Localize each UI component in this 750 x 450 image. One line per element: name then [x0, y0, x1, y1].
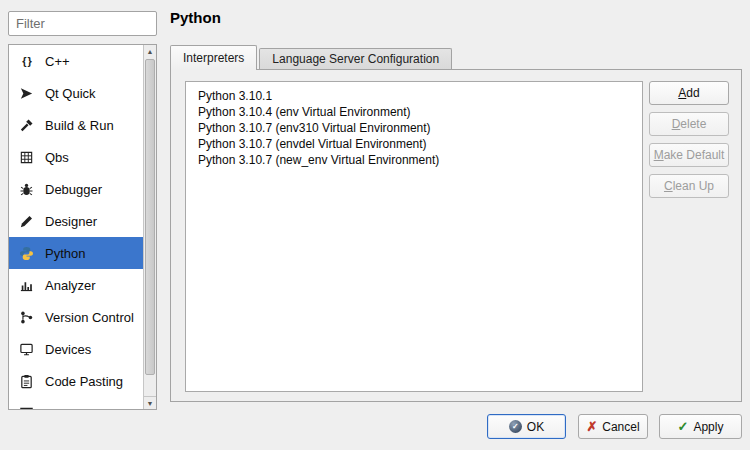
sidebar-item-debugger[interactable]: Debugger	[9, 173, 143, 205]
speech-bubble-icon	[17, 404, 36, 410]
sidebar-item-label: Code Pasting	[45, 374, 123, 389]
build-run-icon	[17, 116, 36, 135]
sidebar-item-label: Devices	[45, 342, 91, 357]
analyzer-icon	[17, 276, 36, 295]
delete-button[interactable]: Delete	[649, 112, 729, 136]
filter-input[interactable]	[8, 11, 157, 36]
braces-icon: { }	[17, 52, 36, 71]
interpreter-list-item[interactable]: Python 3.10.7 (env310 Virtual Environmen…	[186, 120, 642, 136]
sidebar-item-label: C++	[45, 54, 70, 69]
sidebar-item-label: Build & Run	[45, 118, 114, 133]
category-sidebar: { } C++ Qt Quick Build & Run Qbs Debugge…	[8, 44, 157, 410]
sidebar-item-qbs[interactable]: Qbs	[9, 141, 143, 173]
bug-icon	[17, 180, 36, 199]
scroll-up-icon[interactable]: ▲	[144, 45, 156, 58]
sidebar-item-devices[interactable]: Devices	[9, 333, 143, 365]
sidebar-item-label: Debugger	[45, 182, 102, 197]
interpreter-list-item[interactable]: Python 3.10.4 (env Virtual Environment)	[186, 104, 642, 120]
sidebar-item-label: Version Control	[45, 310, 134, 325]
qt-quick-icon	[17, 84, 36, 103]
apply-icon: ✓	[678, 419, 689, 434]
sidebar-item-qt-quick[interactable]: Qt Quick	[9, 77, 143, 109]
sidebar-item-c[interactable]: { } C++	[9, 45, 143, 77]
sidebar-item-label: Designer	[45, 214, 97, 229]
sidebar-item-build-run[interactable]: Build & Run	[9, 109, 143, 141]
page-title: Python	[170, 9, 221, 26]
interpreters-pane: Python 3.10.1Python 3.10.4 (env Virtual …	[170, 69, 742, 402]
interpreter-list-item[interactable]: Python 3.10.7 (envdel Virtual Environmen…	[186, 136, 642, 152]
sidebar-item-label: Qt Quick	[45, 86, 96, 101]
tab-language-server-configuration[interactable]: Language Server Configuration	[259, 48, 452, 69]
add-button[interactable]: Add	[649, 81, 729, 105]
clean-up-button[interactable]: Clean Up	[649, 174, 729, 198]
sidebar-item-version-control[interactable]: Version Control	[9, 301, 143, 333]
tab-bar: Interpreters Language Server Configurati…	[170, 45, 452, 69]
ok-label: OK	[527, 420, 544, 434]
cancel-icon: ✗	[586, 419, 597, 434]
interpreter-list[interactable]: Python 3.10.1Python 3.10.4 (env Virtual …	[185, 81, 643, 392]
tab-label: Language Server Configuration	[272, 52, 439, 66]
cancel-button[interactable]: ✗ Cancel	[578, 414, 648, 439]
sidebar-item-code-pasting[interactable]: Code Pasting	[9, 365, 143, 397]
sidebar-item-label: Qbs	[45, 150, 69, 165]
apply-button[interactable]: ✓ Apply	[659, 414, 742, 439]
device-icon	[17, 340, 36, 359]
cancel-label: Cancel	[602, 420, 639, 434]
sidebar-scrollbar[interactable]: ▲ ▼	[143, 45, 156, 409]
apply-label: Apply	[693, 420, 723, 434]
pencil-icon	[17, 212, 36, 231]
sidebar-item-label: Language Client	[45, 406, 140, 410]
tab-label: Interpreters	[183, 51, 244, 65]
ok-button[interactable]: ✓ OK	[487, 414, 566, 439]
sidebar-item-analyzer[interactable]: Analyzer	[9, 269, 143, 301]
interpreter-list-item[interactable]: Python 3.10.7 (new_env Virtual Environme…	[186, 152, 642, 168]
scrollbar-thumb[interactable]	[145, 59, 155, 375]
sidebar-item-python[interactable]: Python	[9, 237, 143, 269]
interpreter-list-item[interactable]: Python 3.10.1	[186, 88, 642, 104]
branch-icon	[17, 308, 36, 327]
sidebar-item-label: Analyzer	[45, 278, 96, 293]
scroll-down-icon[interactable]: ▼	[144, 396, 156, 409]
sidebar-item-language-client[interactable]: Language Client	[9, 397, 143, 409]
python-icon	[17, 244, 36, 263]
ok-icon: ✓	[509, 420, 522, 433]
sidebar-list: { } C++ Qt Quick Build & Run Qbs Debugge…	[9, 45, 143, 409]
options-dialog: { } C++ Qt Quick Build & Run Qbs Debugge…	[0, 0, 750, 450]
sidebar-item-designer[interactable]: Designer	[9, 205, 143, 237]
grid-icon	[17, 148, 36, 167]
clipboard-icon	[17, 372, 36, 391]
tab-interpreters[interactable]: Interpreters	[170, 45, 257, 70]
make-default-button[interactable]: Make Default	[649, 143, 729, 167]
sidebar-item-label: Python	[45, 246, 85, 261]
